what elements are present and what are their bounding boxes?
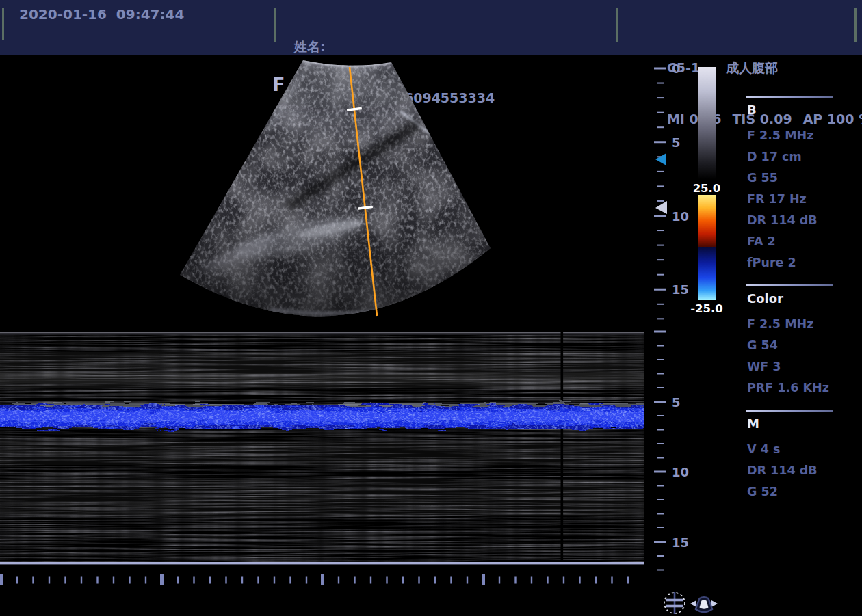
header-divider bbox=[616, 8, 618, 42]
mmode-bottom-line bbox=[0, 562, 644, 564]
time-tick bbox=[160, 574, 164, 585]
param-m-sweep: V 4 s bbox=[747, 439, 836, 460]
time-tick bbox=[595, 577, 597, 584]
param-color-prf: PRF 1.6 KHz bbox=[747, 377, 836, 399]
time-tick bbox=[113, 577, 114, 584]
time-tick bbox=[177, 577, 179, 584]
param-m-gain: G 52 bbox=[747, 481, 836, 503]
trackball-icon[interactable] bbox=[664, 592, 685, 614]
time-tick bbox=[321, 574, 324, 585]
scale-column: 051015 51015 25.0 -25.0 bbox=[649, 58, 746, 585]
param-b-frequency: F 2.5 MHz bbox=[747, 125, 836, 146]
param-b-dynamicrange: DR 114 dB bbox=[747, 210, 836, 231]
time-tick bbox=[467, 577, 468, 584]
status-bar: 2020-01-16 09:47:44 姓名: 病人ID:20200116094… bbox=[0, 0, 862, 55]
time-tick bbox=[482, 574, 485, 585]
param-color-gain: G 54 bbox=[747, 335, 836, 356]
time-ruler bbox=[0, 574, 644, 587]
time-tick bbox=[627, 577, 629, 584]
datetime-text: 2020-01-16 09:47:44 bbox=[19, 6, 184, 23]
section-title-color: Color bbox=[747, 291, 836, 307]
time-tick bbox=[225, 577, 226, 584]
time-tick bbox=[579, 577, 580, 584]
header-divider bbox=[2, 8, 4, 40]
time-tick bbox=[402, 577, 404, 584]
time-tick bbox=[209, 577, 211, 584]
depth-ruler-m: 51015 bbox=[654, 332, 689, 570]
section-divider bbox=[746, 96, 833, 98]
time-tick bbox=[241, 577, 243, 584]
time-tick bbox=[0, 574, 3, 585]
param-color-wallfilter: WF 3 bbox=[747, 356, 836, 377]
time-tick bbox=[499, 577, 500, 584]
time-tick bbox=[370, 577, 371, 584]
time-tick bbox=[338, 577, 339, 584]
param-b-fpure: fPure 2 bbox=[747, 252, 836, 273]
time-tick bbox=[547, 577, 548, 584]
doppler-band bbox=[0, 403, 644, 429]
depth-m-label: 15 bbox=[672, 535, 689, 550]
mmode-top-line bbox=[0, 332, 644, 334]
header-divider bbox=[854, 8, 857, 42]
depth-b-label: 0 bbox=[672, 62, 681, 76]
mmode-trace bbox=[0, 332, 644, 565]
time-tick bbox=[434, 577, 436, 584]
time-tick bbox=[81, 577, 82, 584]
time-tick bbox=[96, 577, 98, 584]
depth-m-label: 10 bbox=[672, 465, 689, 479]
header-divider bbox=[274, 8, 276, 42]
time-tick bbox=[450, 577, 452, 584]
time-tick bbox=[563, 577, 564, 584]
time-tick bbox=[514, 577, 516, 584]
colorbar-negative bbox=[698, 247, 716, 300]
ultrasound-screen: 2020-01-16 09:47:44 姓名: 病人ID:20200116094… bbox=[0, 0, 862, 616]
orientation-marker-label: F bbox=[272, 74, 285, 95]
time-tick bbox=[32, 577, 34, 584]
time-tick bbox=[49, 577, 50, 584]
patient-name-label: 姓名: bbox=[294, 36, 495, 57]
sweep-cursor-line bbox=[561, 332, 564, 564]
depth-b-label: 10 bbox=[672, 209, 689, 224]
param-b-fa: FA 2 bbox=[747, 231, 836, 252]
probe-icon[interactable] bbox=[690, 597, 718, 612]
time-tick bbox=[418, 577, 419, 584]
colorbar-positive bbox=[698, 195, 716, 247]
param-b-depth: D 17 cm bbox=[747, 146, 836, 168]
time-tick bbox=[274, 577, 275, 584]
time-tick bbox=[145, 577, 146, 584]
time-tick bbox=[16, 577, 18, 584]
depth-b-label: 15 bbox=[672, 282, 689, 297]
time-tick bbox=[129, 577, 130, 584]
param-m-dynamicrange: DR 114 dB bbox=[747, 460, 836, 481]
m-depth-marker-icon[interactable] bbox=[655, 201, 667, 214]
time-tick bbox=[64, 577, 66, 584]
depth-ruler-b: 051015 bbox=[654, 62, 689, 319]
velocity-max-label: 25.0 bbox=[693, 182, 721, 195]
grayscale-bar bbox=[698, 67, 716, 179]
section-title-m: M bbox=[747, 416, 836, 432]
section-divider bbox=[746, 284, 833, 286]
param-b-framerate: FR 17 Hz bbox=[747, 189, 836, 210]
section-divider bbox=[746, 410, 833, 412]
mmode-area bbox=[0, 332, 644, 565]
time-tick bbox=[354, 577, 355, 584]
time-tick bbox=[386, 577, 387, 584]
time-tick bbox=[611, 577, 612, 584]
depth-b-label: 5 bbox=[672, 135, 681, 150]
focus-marker-icon[interactable] bbox=[655, 153, 666, 165]
status-icons bbox=[659, 589, 722, 616]
parameter-panel: B F 2.5 MHz D 17 cm G 55 FR 17 Hz DR 114… bbox=[746, 96, 836, 503]
velocity-min-label: -25.0 bbox=[690, 302, 723, 315]
bmode-area: F bbox=[0, 58, 646, 328]
bmode-image[interactable] bbox=[164, 58, 578, 328]
param-color-frequency: F 2.5 MHz bbox=[747, 314, 836, 335]
time-tick bbox=[289, 577, 291, 584]
time-tick bbox=[531, 577, 532, 584]
param-b-gain: G 55 bbox=[747, 168, 836, 189]
time-tick bbox=[306, 577, 307, 584]
section-title-b: B bbox=[747, 102, 836, 118]
depth-m-label: 5 bbox=[672, 395, 681, 410]
time-tick bbox=[193, 577, 194, 584]
time-tick bbox=[257, 577, 259, 584]
